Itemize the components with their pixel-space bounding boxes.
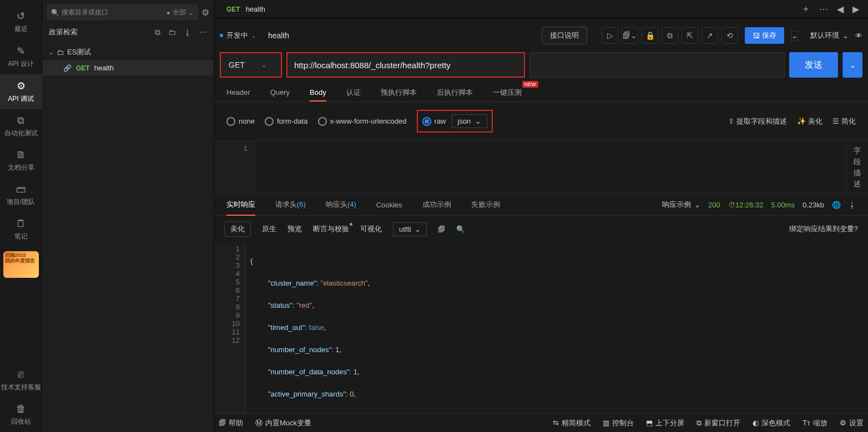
main: GET health ＋ ⋯ ◀ ▶ 开发中 ⌄ health 接口说明 ▷ 🗐… <box>214 0 868 432</box>
settings-icon[interactable]: ⚙ <box>201 7 209 18</box>
request-body-editor[interactable]: 1 <box>214 140 846 194</box>
eye-icon[interactable]: 👁 <box>855 32 862 40</box>
api-icon: 🔗 <box>63 64 72 72</box>
method-select[interactable]: GET ⌄ <box>220 52 282 78</box>
search-resp-icon[interactable]: 🔍 <box>456 225 465 233</box>
rail-recent[interactable]: ↺最近 <box>0 4 42 39</box>
list-icon: ☰ <box>832 117 839 125</box>
resptab-cookies[interactable]: Cookies <box>376 195 402 215</box>
tab-postscript[interactable]: 后执行脚本 <box>437 83 473 102</box>
save-dropdown-icon[interactable]: 🗐⌄ <box>622 27 638 44</box>
copy-resp-icon[interactable]: 🗐 <box>438 225 445 233</box>
resp-visual-button[interactable]: 可视化 <box>360 224 382 234</box>
tree-item-health[interactable]: 🔗 GET health <box>42 60 214 75</box>
radio-raw[interactable]: raw <box>422 117 446 126</box>
resp-assert-button[interactable]: 断言与校验 <box>313 224 349 234</box>
rail-auto-test[interactable]: ⧉自动化测试 <box>0 109 42 144</box>
tab-health[interactable]: GET health <box>219 0 273 19</box>
extract-button[interactable]: ⇧提取字段和描述 <box>728 116 787 126</box>
tab-header[interactable]: Header <box>226 84 250 101</box>
env-select[interactable]: 默认环境 ⌄ <box>810 31 849 40</box>
rail-doc-share[interactable]: 🗎文档分享 <box>0 144 42 178</box>
info-row: 开发中 ⌄ health 接口说明 ▷ 🗐⌄ 🔒 ⧉ ⇱ ↗ ⟲ 🖫保存 ⌄ 默… <box>214 19 868 52</box>
globe-icon[interactable]: 🌐 <box>832 201 841 209</box>
console-button[interactable]: ▥控制台 <box>603 418 634 428</box>
resp-preview-button[interactable]: 预览 <box>287 224 302 234</box>
response-example-select[interactable]: 响应示例⌄ <box>662 200 700 210</box>
code-icon[interactable]: ⟲ <box>721 27 738 44</box>
rail-notes[interactable]: 🗒笔记 <box>0 212 42 247</box>
raw-type-select[interactable]: json⌄ <box>452 114 488 128</box>
download-icon[interactable]: ⭳ <box>184 28 191 37</box>
rail-recycle[interactable]: 🗑回收站 <box>0 398 42 432</box>
tree-folder[interactable]: ⌄ 🗀 ES测试 <box>42 44 214 60</box>
resptab-success[interactable]: 成功示例 <box>422 194 451 215</box>
resptab-realtime[interactable]: 实时响应 <box>226 194 255 215</box>
split-icon: ⬒ <box>646 419 653 427</box>
chevron-down-icon: ⌄ <box>475 117 481 125</box>
next-tab-icon[interactable]: ▶ <box>852 4 859 14</box>
resp-raw-button[interactable]: 原生 <box>262 224 276 234</box>
beautify-button[interactable]: ✨美化 <box>797 116 822 126</box>
settings-button[interactable]: ⚙设置 <box>840 418 864 428</box>
link-icon[interactable]: ⧉ <box>155 28 160 37</box>
tab-body[interactable]: Body <box>310 84 326 101</box>
folder-add-icon[interactable]: 🗀 <box>168 28 176 37</box>
tab-prescript[interactable]: 预执行脚本 <box>381 83 417 102</box>
share-icon[interactable]: ↗ <box>702 27 718 44</box>
chevron-down-icon: ⌄ <box>694 201 700 209</box>
rail-api-debug[interactable]: ⚙API 调试 <box>0 74 42 109</box>
more-tabs-icon[interactable]: ⋯ <box>819 4 828 14</box>
new-window-button[interactable]: ⧉新窗口打开 <box>697 418 740 428</box>
more-icon[interactable]: ⋯ <box>199 28 207 37</box>
url-input[interactable]: http://localhost:8088/_cluster/health?pr… <box>286 52 525 78</box>
radio-xwww[interactable]: x-www-form-urlencoded <box>318 117 407 126</box>
rail-project[interactable]: 🗃项目/团队 <box>0 178 42 212</box>
mock-button[interactable]: Ⓜ内置Mock变量 <box>255 418 311 428</box>
send-button[interactable]: 发送 <box>789 52 838 78</box>
radio-formdata[interactable]: form-data <box>265 117 308 126</box>
status-select[interactable]: 开发中 ⌄ <box>220 31 256 40</box>
resp-beautify-button[interactable]: 美化 <box>224 221 251 237</box>
save-more-icon[interactable]: ⌄ <box>791 31 798 40</box>
section-title: 政策检索 <box>49 27 147 37</box>
search-input[interactable]: 🔍 搜索目录或接口 ● 全部 ⌄ <box>47 4 198 21</box>
help-button[interactable]: 🗐帮助 <box>219 418 243 428</box>
run-icon[interactable]: ▷ <box>602 27 618 44</box>
add-tab-icon[interactable]: ＋ <box>801 3 810 15</box>
mock-icon: Ⓜ <box>255 418 263 428</box>
prev-tab-icon[interactable]: ◀ <box>837 4 844 14</box>
bind-variable-link[interactable]: 绑定响应结果到变量? <box>789 224 858 234</box>
resptab-fail[interactable]: 失败示例 <box>471 194 500 215</box>
response-duration: 5.00ms <box>771 201 795 209</box>
response-toolbar: 美化 原生 预览 断言与校验 可视化 utf8⌄ 🗐 🔍 绑定响应结果到变量? <box>214 216 868 242</box>
tab-stress[interactable]: 一键压测NEW <box>493 83 522 102</box>
field-desc-label[interactable]: 字段描述 <box>846 140 868 194</box>
export-icon[interactable]: ⇱ <box>682 27 698 44</box>
lock-icon[interactable]: 🔒 <box>642 27 658 44</box>
rail-support[interactable]: ⎚技术支持客服 <box>0 363 42 398</box>
api-desc-button[interactable]: 接口说明 <box>542 27 587 44</box>
share-icon: 🗎 <box>0 149 42 161</box>
lite-mode-button[interactable]: ⇆精简模式 <box>553 418 591 428</box>
download-icon[interactable]: ⭳ <box>849 201 856 209</box>
radio-none[interactable]: none <box>226 117 255 126</box>
rail-api-design[interactable]: ✎API 设计 <box>0 39 42 74</box>
rail-promo[interactable]: 回顾2022我的年度报告 <box>3 251 39 278</box>
zoom-button[interactable]: Tт缩放 <box>803 418 827 428</box>
copy-icon[interactable]: ⧉ <box>662 27 678 44</box>
response-body[interactable]: 123456789101112 { "cluster_name": "elast… <box>214 242 868 413</box>
tab-query[interactable]: Query <box>270 84 290 101</box>
tab-auth[interactable]: 认证 <box>346 83 361 102</box>
send-dropdown[interactable]: ⌄ <box>842 52 862 78</box>
simplify-button[interactable]: ☰简化 <box>832 116 856 126</box>
resptab-resh[interactable]: 响应头(4) <box>326 194 356 215</box>
dark-mode-button[interactable]: ◐深色模式 <box>753 418 790 428</box>
encoding-select[interactable]: utf8⌄ <box>393 222 427 236</box>
save-button[interactable]: 🖫保存 <box>745 27 784 44</box>
request-tabs: Header Query Body 认证 预执行脚本 后执行脚本 一键压测NEW <box>214 83 868 102</box>
resptab-reqh[interactable]: 请求头(6) <box>275 194 306 215</box>
split-button[interactable]: ⬒上下分屏 <box>646 418 684 428</box>
url-input-extra[interactable] <box>529 52 785 78</box>
editor-code[interactable] <box>254 141 846 194</box>
